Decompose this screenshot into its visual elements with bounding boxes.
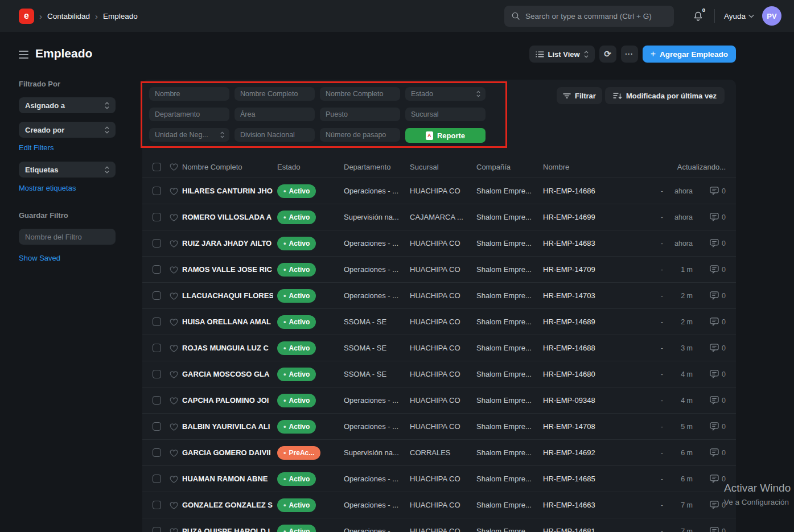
user-avatar[interactable]: PV bbox=[762, 6, 781, 26]
row-checkbox[interactable] bbox=[153, 396, 161, 405]
employee-id[interactable]: HR-EMP-14681 bbox=[543, 527, 632, 532]
row-checkbox[interactable] bbox=[153, 422, 161, 431]
column-department[interactable]: Departamento bbox=[344, 163, 410, 171]
employee-id[interactable]: HR-EMP-14683 bbox=[543, 239, 632, 248]
table-row[interactable]: RAMOS VALLE JOSE RIC •Activo Operaciones… bbox=[142, 256, 736, 282]
filter-input-10[interactable] bbox=[320, 128, 400, 142]
select-all-checkbox[interactable] bbox=[153, 163, 161, 171]
column-full-name[interactable]: Nombre Completo bbox=[182, 163, 273, 171]
row-checkbox[interactable] bbox=[153, 370, 161, 378]
favorite-heart-icon[interactable] bbox=[169, 370, 180, 379]
employee-full-name[interactable]: HILARES CANTURIN JHO bbox=[182, 187, 273, 195]
sort-button[interactable]: Modificada por última vez bbox=[605, 87, 725, 104]
add-employee-button[interactable]: + Agregar Empleado bbox=[643, 46, 736, 63]
row-checkbox[interactable] bbox=[153, 527, 161, 532]
row-checkbox[interactable] bbox=[153, 239, 161, 248]
show-saved-link[interactable]: Show Saved bbox=[19, 254, 60, 262]
employee-id[interactable]: HR-EMP-14708 bbox=[543, 422, 632, 431]
edit-filters-link[interactable]: Edit Filters bbox=[19, 143, 54, 152]
report-button[interactable]: A Reporte bbox=[405, 128, 486, 143]
favorite-heart-icon[interactable] bbox=[169, 527, 180, 532]
table-row[interactable]: GONZALEZ GONZALEZ S •Activo Operaciones … bbox=[142, 492, 736, 518]
row-checkbox[interactable] bbox=[153, 213, 161, 221]
favorite-heart-icon[interactable] bbox=[169, 317, 180, 327]
filter-input-6[interactable] bbox=[320, 108, 400, 121]
table-row[interactable]: GARCIA MOSCOSO GLA •Activo SSOMA - SE HU… bbox=[142, 361, 736, 387]
favorite-heart-icon[interactable] bbox=[169, 291, 180, 300]
table-row[interactable]: PUZA QUISPE HAROLD I •Activo Operaciones… bbox=[142, 518, 736, 532]
assigned-to-select[interactable]: Asignado a bbox=[19, 97, 116, 113]
employee-full-name[interactable]: GONZALEZ GONZALEZ S bbox=[182, 501, 273, 509]
table-row[interactable]: HUAMAN RAMON ABNE •Activo Operaciones - … bbox=[142, 465, 736, 492]
filter-input-0[interactable] bbox=[149, 87, 229, 101]
global-search-input[interactable]: Search or type a command (Ctrl + G) bbox=[504, 6, 674, 27]
favorite-heart-icon[interactable] bbox=[169, 187, 180, 196]
row-checkbox[interactable] bbox=[153, 317, 161, 326]
employee-full-name[interactable]: HUISA ORELLANA AMAL bbox=[182, 317, 273, 326]
row-checkbox[interactable] bbox=[153, 344, 161, 352]
breadcrumb-contabilidad[interactable]: Contabilidad bbox=[47, 12, 90, 20]
employee-id[interactable]: HR-EMP-14709 bbox=[543, 265, 632, 274]
employee-full-name[interactable]: RAMOS VALLE JOSE RIC bbox=[182, 265, 273, 274]
favorite-heart-icon[interactable] bbox=[169, 396, 180, 405]
help-menu[interactable]: Ayuda bbox=[724, 12, 754, 20]
favorite-heart-icon[interactable] bbox=[169, 475, 180, 484]
filter-input-4[interactable] bbox=[149, 108, 229, 121]
filter-name-input[interactable] bbox=[19, 229, 116, 245]
employee-full-name[interactable]: ROJAS MUNGUIA LUZ C bbox=[182, 344, 273, 352]
table-row[interactable]: HUISA ORELLANA AMAL •Activo SSOMA - SE H… bbox=[142, 308, 736, 335]
table-row[interactable]: BALBIN YAURIVILCA ALI •Activo Operacione… bbox=[142, 413, 736, 439]
employee-id[interactable]: HR-EMP-14686 bbox=[543, 187, 632, 195]
row-checkbox[interactable] bbox=[153, 187, 161, 195]
employee-id[interactable]: HR-EMP-14688 bbox=[543, 344, 632, 352]
row-checkbox[interactable] bbox=[153, 501, 161, 509]
row-checkbox[interactable] bbox=[153, 291, 161, 300]
employee-id[interactable]: HR-EMP-14703 bbox=[543, 291, 632, 300]
table-row[interactable]: HILARES CANTURIN JHO •Activo Operaciones… bbox=[142, 178, 736, 204]
tags-select[interactable]: Etiquetas bbox=[19, 162, 116, 178]
breadcrumb-empleado[interactable]: Empleado bbox=[103, 12, 138, 20]
employee-full-name[interactable]: GARCIA GOMERO DAIVII bbox=[182, 448, 273, 457]
table-row[interactable]: LLACUACHAQUI FLORES •Activo Operaciones … bbox=[142, 282, 736, 308]
table-row[interactable]: CAPCHA PALOMINO JOI •Activo Operaciones … bbox=[142, 387, 736, 413]
more-options-button[interactable]: ··· bbox=[621, 46, 638, 63]
filter-input-2[interactable] bbox=[320, 87, 400, 101]
column-updated[interactable]: Actualizando... bbox=[641, 163, 726, 171]
employee-full-name[interactable]: HUAMAN RAMON ABNE bbox=[182, 475, 273, 483]
employee-full-name[interactable]: RUIZ JARA JHADY AILTO bbox=[182, 239, 273, 248]
employee-full-name[interactable]: BALBIN YAURIVILCA ALI bbox=[182, 422, 273, 431]
filter-input-5[interactable] bbox=[235, 108, 315, 121]
employee-id[interactable]: HR-EMP-14685 bbox=[543, 475, 632, 483]
favorite-heart-icon[interactable] bbox=[169, 422, 180, 431]
favorite-heart-icon[interactable] bbox=[169, 265, 180, 274]
table-row[interactable]: RUIZ JARA JHADY AILTO •Activo Operacione… bbox=[142, 230, 736, 256]
favorite-heart-icon[interactable] bbox=[169, 448, 180, 457]
sidebar-toggle-icon[interactable] bbox=[19, 51, 28, 61]
favorite-heart-icon[interactable] bbox=[169, 213, 180, 222]
employee-id[interactable]: HR-EMP-14699 bbox=[543, 213, 632, 221]
favorite-heart-icon[interactable] bbox=[169, 162, 180, 171]
column-status[interactable]: Estado bbox=[277, 163, 323, 171]
employee-full-name[interactable]: LLACUACHAQUI FLORES bbox=[182, 291, 273, 300]
favorite-heart-icon[interactable] bbox=[169, 501, 180, 510]
employee-full-name[interactable]: PUZA QUISPE HAROLD I bbox=[182, 527, 273, 532]
created-by-select[interactable]: Creado por bbox=[19, 122, 116, 138]
refresh-button[interactable]: ⟳ bbox=[599, 46, 616, 63]
row-checkbox[interactable] bbox=[153, 475, 161, 483]
filter-select-8[interactable]: Unidad de Neg... bbox=[149, 128, 229, 142]
row-checkbox[interactable] bbox=[153, 265, 161, 274]
app-logo[interactable]: e bbox=[19, 9, 34, 24]
filter-select-3[interactable]: Estado bbox=[405, 87, 486, 101]
filter-input-1[interactable] bbox=[235, 87, 315, 101]
employee-full-name[interactable]: ROMERO VILLOSLADA A bbox=[182, 213, 273, 221]
filter-input-7[interactable] bbox=[405, 108, 486, 121]
column-branch[interactable]: Sucursal bbox=[410, 163, 476, 171]
notifications-button[interactable]: 0 bbox=[692, 10, 704, 22]
filter-input-9[interactable] bbox=[235, 128, 315, 142]
employee-full-name[interactable]: CAPCHA PALOMINO JOI bbox=[182, 396, 273, 405]
employee-id[interactable]: HR-EMP-14692 bbox=[543, 448, 632, 457]
employee-id[interactable]: HR-EMP-14689 bbox=[543, 317, 632, 326]
favorite-heart-icon[interactable] bbox=[169, 344, 180, 353]
show-tags-link[interactable]: Mostrar etiquetas bbox=[19, 184, 76, 192]
table-row[interactable]: GARCIA GOMERO DAIVII •PreAc... Supervisi… bbox=[142, 439, 736, 465]
